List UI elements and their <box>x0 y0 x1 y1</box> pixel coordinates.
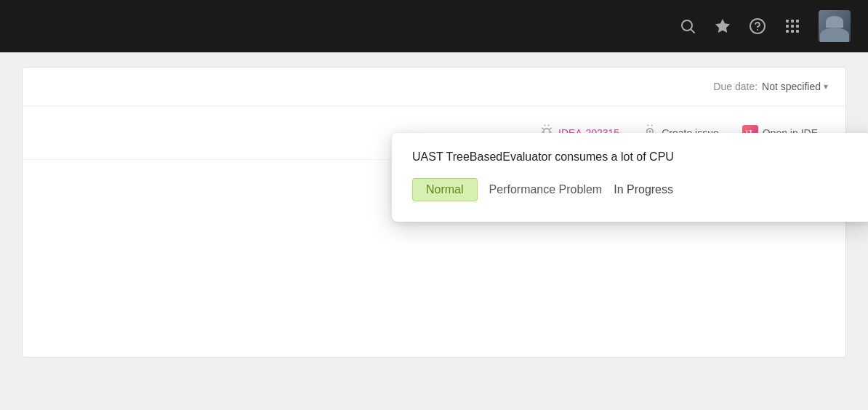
avatar[interactable] <box>819 10 851 42</box>
svg-rect-13 <box>796 30 799 33</box>
search-icon[interactable] <box>679 17 696 35</box>
svg-rect-6 <box>791 20 794 23</box>
svg-rect-11 <box>786 30 789 33</box>
due-date-row: Due date: Not specified ▾ <box>23 68 845 106</box>
priority-tag[interactable]: Normal <box>412 178 478 201</box>
content-area: Due date: Not specified ▾ <box>22 67 846 358</box>
svg-rect-9 <box>791 25 794 28</box>
type-tag[interactable]: Performance Problem <box>489 183 603 196</box>
tooltip-card: UAST TreeBasedEvaluator consumes a lot o… <box>392 133 868 222</box>
svg-rect-5 <box>786 20 789 23</box>
due-date-text: Not specified <box>762 81 821 92</box>
svg-marker-2 <box>715 19 730 33</box>
tooltip-tags: Normal Performance Problem In Progress <box>412 178 851 201</box>
help-icon[interactable] <box>749 17 766 35</box>
svg-rect-12 <box>791 30 794 33</box>
topbar <box>0 0 868 52</box>
due-date-value[interactable]: Not specified ▾ <box>762 81 828 92</box>
due-date-label: Due date: <box>713 81 758 92</box>
svg-point-0 <box>682 20 692 31</box>
svg-rect-8 <box>786 25 789 28</box>
settings-icon[interactable] <box>714 17 731 35</box>
tooltip-title: UAST TreeBasedEvaluator consumes a lot o… <box>412 150 851 164</box>
svg-rect-10 <box>796 25 799 28</box>
svg-rect-7 <box>796 20 799 23</box>
chevron-down-icon: ▾ <box>824 81 828 92</box>
svg-line-1 <box>691 30 694 33</box>
status-tag[interactable]: In Progress <box>614 183 673 196</box>
apps-icon[interactable] <box>784 17 801 35</box>
